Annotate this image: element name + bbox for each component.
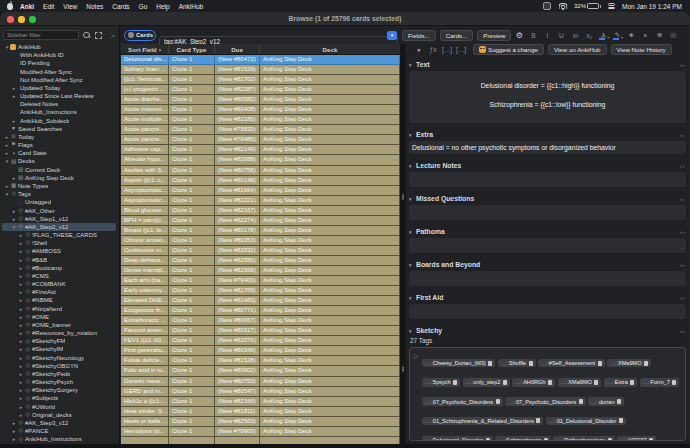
sidebar-item-tags[interactable]: ▾◇Tags	[2, 190, 116, 198]
tag-remove-icon[interactable]	[617, 399, 621, 404]
sidebar-item--ak-step2-v12[interactable]: ▾◇#AK_Step2_v12	[2, 223, 116, 231]
table-row[interactable]: GERD and m...Cloze 1(New #80547)AnKing S…	[121, 387, 400, 397]
tag-remove-icon[interactable]	[488, 361, 492, 366]
sidebar-item-anking-step-deck[interactable]: ▸▤AnKing Step Deck	[2, 174, 116, 182]
field-header-lecture-notes[interactable]: ▾Lecture Notes‹›	[409, 161, 686, 170]
field-header-first-aid[interactable]: ▾First Aid‹›	[409, 293, 686, 302]
menu-item-anki[interactable]: Anki	[20, 3, 34, 10]
menu-extra-app-icon[interactable]	[543, 2, 551, 10]
menu-item-notes[interactable]: Notes	[86, 3, 103, 10]
sidebar-item--sketchyfm[interactable]: ▸◇#SketchyFM	[2, 337, 116, 345]
html-editor-icon[interactable]: ‹›	[680, 132, 686, 138]
tags-count[interactable]: 27 Tags	[410, 337, 686, 344]
menubar-clock[interactable]: Mon Jan 19 1:24 PM	[622, 3, 682, 10]
chevron-right-icon[interactable]: ▸	[11, 85, 17, 91]
menu-item-go[interactable]: Go	[139, 3, 148, 10]
sidebar-item--firstaid[interactable]: ▸◇#FirstAid	[2, 288, 116, 296]
sidebar-item-today[interactable]: ▸⊙Today	[2, 133, 116, 141]
column-header-due[interactable]: Due	[215, 44, 260, 54]
table-row[interactable]: (+) progestin ...Cloze 1(New #82287)AnKi…	[121, 85, 400, 95]
sidebar-item-id-pending[interactable]: ID Pending	[2, 59, 116, 67]
table-row[interactable]: Folic acid in lo...Cloze 1(New #80902)An…	[121, 366, 400, 376]
cards-notes-toggle[interactable]: Cards	[124, 30, 156, 41]
view-note-history-button[interactable]: View Note History	[611, 44, 672, 55]
table-row[interactable]	[121, 437, 400, 444]
field-content-pathoma[interactable]	[409, 238, 686, 253]
tag-remove-icon[interactable]	[536, 418, 540, 423]
apple-menu-icon[interactable]	[7, 3, 13, 10]
tag-chip[interactable]: ...::#Self_Assessment	[538, 359, 605, 368]
field-content-boards-and-beyond[interactable]	[409, 271, 686, 286]
table-row[interactable]: Chronic anxiet...Cloze 1(New #80353)AnKi…	[121, 236, 400, 246]
html-editor-icon[interactable]: ‹›	[680, 262, 686, 268]
table-row[interactable]: Continuous m...Cloze 1(New #82032)AnKing…	[121, 246, 400, 256]
sidebar-item-ankihub-subdeck[interactable]: ▸AnkiHub_Subdeck	[2, 117, 116, 125]
sidebar-item-saved-searches[interactable]: ♥Saved Searches	[2, 125, 116, 133]
sidebar-item-original-decks[interactable]: ▸◇Original_decks	[2, 411, 116, 419]
sidebar-item--ome-banner[interactable]: ▸◇#OME_banner	[2, 321, 116, 329]
table-row[interactable]: Deep dehisce...Cloze 1(New #82556)AnKing…	[121, 256, 400, 266]
tag-remove-icon[interactable]	[598, 361, 602, 366]
field-header-sketchy[interactable]: ▾Sketchy‹›	[409, 326, 686, 335]
tag-chip[interactable]: ...::Delusional_Disorder	[422, 436, 493, 441]
tag-chip[interactable]: ...::103197	[617, 436, 656, 441]
table-row[interactable]: First generatio...Cloze 1(New #80349)AnK…	[121, 346, 400, 356]
html-editor-icon[interactable]: ‹›	[680, 295, 686, 301]
sidebar-item--ak-step3-v12[interactable]: ▸◇#AK_Step3_v12	[2, 419, 116, 427]
tag-chip[interactable]: ...::Shuffle	[498, 359, 536, 368]
table-row[interactable]: Adhesive cap...Cloze 1(New #82149)AnKing…	[121, 145, 400, 155]
tag-chip[interactable]: ...::01_Delusional_Disorder	[546, 417, 626, 426]
table-row[interactable]: Delusional dis...Cloze 1(New #80472)AnKi…	[121, 55, 400, 65]
sidebar-item--sketchyim[interactable]: ▸◇#SketchyIM	[2, 345, 116, 353]
tag-chip[interactable]: ...::07_Psychotic_Disorders	[505, 397, 586, 406]
tag-remove-icon[interactable]	[486, 438, 490, 442]
suggest-change-button[interactable]: Suggest a change	[473, 44, 544, 55]
table-row[interactable]: Genetic issue...Cloze 1(New #80753)AnKin…	[121, 377, 400, 387]
record-audio-icon[interactable]: ●	[413, 44, 425, 55]
tag-remove-icon[interactable]	[644, 361, 648, 366]
tag-chip[interactable]: ...::XMa9MO	[607, 359, 651, 368]
subscript-icon[interactable]: x₂	[583, 30, 595, 41]
table-row[interactable]: Heat stroke: S...Cloze 1(New #81811)AnKi…	[121, 407, 400, 417]
table-row[interactable]: Acute pancre...Cloze 1(New #79833)AnKing…	[121, 125, 400, 135]
field-content-extra[interactable]: Delusional = no other psychotic symptoms…	[409, 141, 686, 154]
sidebar-item--sketchysurgery[interactable]: ▸◇#SketchySurgery	[2, 386, 116, 394]
wifi-icon[interactable]	[558, 3, 567, 10]
sidebar-item-updated-since-last-review[interactable]: ▸Updated Since Last Review	[2, 92, 116, 100]
bold-icon[interactable]: B	[527, 30, 539, 41]
sidebar-item--shelf[interactable]: ▸◇!Shelf	[2, 239, 116, 247]
html-editor-icon[interactable]: ‹›	[680, 163, 686, 169]
table-row[interactable]: Hemolysis (si...Cloze 1(New #79900)AnKin…	[121, 427, 400, 437]
sidebar-item--amboss[interactable]: ▸◇#AMBOSS	[2, 247, 116, 255]
table-row[interactable]: Folate deficie...Cloze 1(New #81528)AnKi…	[121, 356, 400, 366]
tags-box[interactable]: ◇ ...::Cheesy_Dorian_(M3)...::Shuffle...…	[409, 347, 686, 441]
search-icon[interactable]	[82, 30, 91, 40]
bullet-list-icon[interactable]: ≡	[639, 30, 651, 41]
more-format-icon[interactable]: ◎	[667, 30, 679, 41]
sidebar-item--sketchypsych[interactable]: ▸◇#SketchyPsych	[2, 378, 116, 386]
table-row[interactable]: Acute multiple...Cloze 1(New #82180)AnKi…	[121, 115, 400, 125]
field-content-lecture-notes[interactable]	[409, 172, 686, 187]
field-content-text[interactable]: Delusional disorder = {{c1::high}} funct…	[409, 71, 686, 123]
sidebar-item--pance[interactable]: ▸◇#PANCE	[2, 427, 116, 435]
sidebar-item-untagged[interactable]: ◌Untagged	[2, 198, 116, 206]
table-row[interactable]: Blood glucose...Cloze 1(New #82167)AnKin…	[121, 206, 400, 216]
tag-remove-icon[interactable]	[579, 399, 583, 404]
sidebar-item--sketchyobgyn[interactable]: ▸◇#SketchyOBGYN	[2, 362, 116, 370]
sidebar-item-decks[interactable]: ▾▤Decks	[2, 157, 116, 165]
tag-chip[interactable]: ...::XMa9MO	[558, 378, 602, 387]
table-row[interactable]: HbA1c ≥ {{c1:...Cloze 1(New #82166)AnKin…	[121, 397, 400, 407]
tag-chip[interactable]: ...::07_Psychotic_Disorders	[422, 397, 503, 406]
tag-remove-icon[interactable]	[496, 399, 500, 404]
sidebar-item-ankihub[interactable]: ▾AnkiHub	[2, 43, 116, 51]
column-header-sort-field[interactable]: Sort Field▴	[121, 44, 169, 54]
chevron-right-icon[interactable]: ▸	[11, 118, 17, 124]
table-row[interactable]: Acute insomni...Cloze 1(New #80408)AnKin…	[121, 105, 400, 115]
field-content-first-aid[interactable]	[409, 304, 686, 319]
tag-remove-icon[interactable]	[453, 380, 457, 385]
preview-button[interactable]: Preview	[477, 30, 511, 41]
sidebar-item-note-types[interactable]: ▸▦Note Types	[2, 182, 116, 190]
field-content-missed-questions[interactable]	[409, 205, 686, 220]
tag-chip[interactable]: ...::Schizophrenia	[495, 436, 551, 441]
column-header-deck[interactable]: Deck	[260, 44, 400, 54]
